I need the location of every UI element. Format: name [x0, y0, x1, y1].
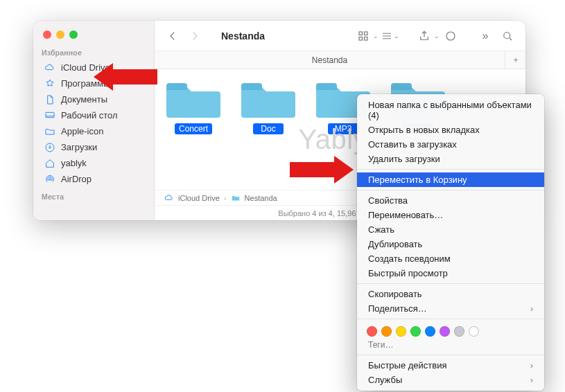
- sidebar-item-label: iCloud Drive: [61, 62, 110, 73]
- folder-item[interactable]: Concert: [166, 79, 221, 190]
- ctx-duplicate[interactable]: Дублировать: [357, 237, 544, 251]
- tag-orange[interactable]: [381, 326, 392, 337]
- ctx-remove-downloads[interactable]: Удалить загрузки: [357, 152, 544, 166]
- folder-label: MP3: [328, 123, 358, 134]
- sidebar-item-airdrop[interactable]: AirDrop: [42, 171, 147, 187]
- ctx-keep-in-downloads[interactable]: Оставить в загрузках: [357, 137, 544, 152]
- chevron-right-icon: ›: [224, 194, 227, 202]
- svg-point-2: [49, 178, 51, 180]
- group-by-button[interactable]: [380, 27, 394, 45]
- sidebar-item-label: Apple-icon: [61, 126, 103, 136]
- svg-rect-4: [365, 32, 368, 35]
- tag-purple[interactable]: [440, 326, 450, 337]
- window-controls: [42, 29, 147, 48]
- ctx-new-folder-with-selection[interactable]: Новая папка с выбранными объектами (4): [357, 98, 544, 123]
- app-icon: [44, 78, 55, 89]
- tab-bar: Nestanda ＋: [155, 51, 525, 69]
- separator: [357, 169, 544, 170]
- sidebar-item-applications[interactable]: Программы: [42, 75, 147, 91]
- view-mode-button[interactable]: [354, 27, 373, 45]
- sidebar-item-label: Рабочий стол: [61, 110, 118, 121]
- airdrop-icon: [44, 174, 55, 185]
- sidebar-item-label: AirDrop: [61, 174, 92, 184]
- sidebar-item-label: Загрузки: [61, 142, 97, 152]
- close-window-button[interactable]: [43, 30, 51, 39]
- cloud-icon: [44, 62, 55, 73]
- folder-icon: [231, 193, 241, 203]
- ctx-quick-actions[interactable]: Быстрые действия›: [357, 358, 544, 373]
- tab-label: Nestanda: [312, 55, 347, 65]
- separator: [357, 355, 544, 355]
- sidebar: Избранное iCloud Drive Программы Докумен…: [33, 21, 155, 220]
- minimize-window-button[interactable]: [56, 30, 64, 39]
- sidebar-item-desktop[interactable]: Рабочий стол: [42, 107, 147, 123]
- ctx-share[interactable]: Поделиться…›: [357, 301, 544, 316]
- ctx-compress[interactable]: Сжать: [357, 222, 544, 237]
- folder-icon: [166, 79, 220, 119]
- folder-icon: [241, 79, 295, 119]
- sidebar-section-favorites: Избранное: [42, 48, 147, 60]
- more-button[interactable]: »: [476, 27, 495, 45]
- ctx-copy[interactable]: Скопировать: [357, 287, 544, 301]
- ctx-rename[interactable]: Переименовать…: [357, 208, 544, 222]
- separator: [357, 283, 544, 284]
- house-icon: [44, 158, 55, 169]
- chevron-right-icon: ›: [530, 360, 533, 371]
- download-icon: [44, 142, 55, 153]
- tag-yellow[interactable]: [396, 326, 406, 337]
- tag-gray[interactable]: [454, 326, 464, 337]
- tab-current[interactable]: Nestanda: [155, 51, 505, 69]
- share-button[interactable]: [415, 27, 434, 45]
- search-button[interactable]: [498, 27, 517, 45]
- ctx-open-in-new-tabs[interactable]: Открыть в новых вкладках: [357, 123, 544, 137]
- chevron-down-icon: ⌄: [373, 33, 379, 39]
- tag-green[interactable]: [410, 326, 421, 337]
- path-segment[interactable]: Nestanda: [245, 194, 277, 202]
- sidebar-item-downloads[interactable]: Загрузки: [42, 139, 147, 155]
- ctx-make-alias[interactable]: Создать псевдоним: [357, 251, 544, 266]
- svg-rect-5: [359, 37, 363, 40]
- chevron-down-icon: ⌄: [394, 33, 399, 39]
- context-menu: Новая папка с выбранными объектами (4) О…: [357, 94, 544, 391]
- svg-rect-6: [365, 37, 368, 40]
- sidebar-item-icloud-drive[interactable]: iCloud Drive: [42, 60, 147, 75]
- sidebar-item-label: Документы: [61, 94, 107, 105]
- maximize-window-button[interactable]: [69, 30, 78, 39]
- sidebar-item-label: Программы: [61, 78, 110, 89]
- svg-point-8: [504, 32, 510, 38]
- tag-blue[interactable]: [425, 326, 435, 337]
- chevron-right-icon: ›: [530, 303, 533, 314]
- ctx-services[interactable]: Службы›: [357, 373, 544, 387]
- tags-button[interactable]: [441, 27, 460, 45]
- toolbar: Nestanda ⌄ ⌄ ⌄ »: [155, 21, 525, 51]
- back-button[interactable]: [163, 27, 182, 45]
- folder-label: Concert: [175, 123, 212, 134]
- cloud-icon: [164, 193, 174, 203]
- sidebar-section-places: Места: [42, 193, 147, 204]
- ctx-get-info[interactable]: Свойства: [357, 193, 544, 208]
- new-tab-button[interactable]: ＋: [505, 51, 525, 69]
- document-icon: [44, 94, 55, 105]
- path-segment[interactable]: iCloud Drive: [178, 194, 220, 202]
- svg-rect-0: [46, 112, 54, 117]
- svg-rect-3: [359, 32, 363, 35]
- folder-icon: [44, 126, 55, 137]
- svg-point-7: [446, 32, 455, 40]
- desktop-icon: [44, 110, 55, 121]
- ctx-quick-look[interactable]: Быстрый просмотр: [357, 266, 544, 280]
- ctx-tags-label[interactable]: Теги…: [357, 339, 544, 352]
- forward-button[interactable]: [185, 27, 205, 45]
- tag-red[interactable]: [367, 326, 377, 337]
- chevron-right-icon: ›: [530, 375, 533, 385]
- ctx-tag-colors: [357, 322, 544, 339]
- sidebar-item-documents[interactable]: Документы: [42, 91, 147, 107]
- separator: [357, 190, 544, 190]
- folder-item[interactable]: Doc: [241, 79, 296, 190]
- sidebar-item-home[interactable]: yablyk: [42, 155, 147, 171]
- sidebar-item-apple-icon[interactable]: Apple-icon: [42, 123, 147, 139]
- sidebar-item-label: yablyk: [61, 158, 87, 168]
- folder-label: Doc: [253, 123, 284, 134]
- ctx-move-to-trash[interactable]: Переместить в Корзину: [357, 172, 544, 187]
- separator: [357, 319, 544, 319]
- tag-none[interactable]: [469, 326, 479, 337]
